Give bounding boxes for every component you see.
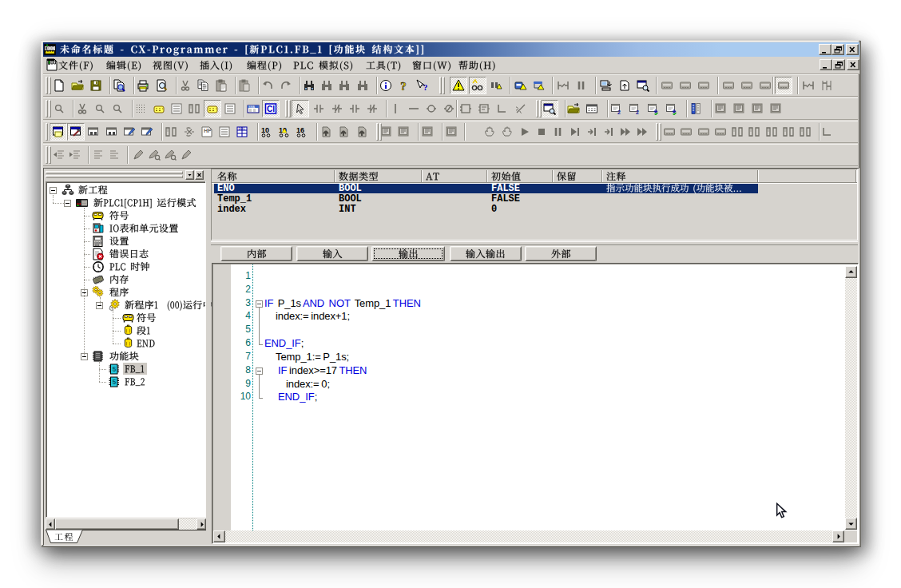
svg-text:?: ? (400, 80, 407, 92)
svg-text:2: 2 (636, 109, 639, 115)
svg-text:CI: CI (267, 105, 275, 113)
svg-text:HP: HP (204, 128, 212, 133)
svg-text:SMA: SMA (248, 105, 255, 109)
svg-text:10: 10 (261, 126, 269, 134)
svg-text:5: 5 (112, 365, 116, 373)
svg-text:?: ? (423, 82, 427, 92)
svg-text:16: 16 (296, 126, 304, 134)
svg-text:5: 5 (112, 378, 116, 386)
svg-text:10: 10 (279, 126, 287, 134)
svg-text:001: 001 (239, 127, 245, 131)
svg-text:2: 2 (617, 109, 621, 115)
